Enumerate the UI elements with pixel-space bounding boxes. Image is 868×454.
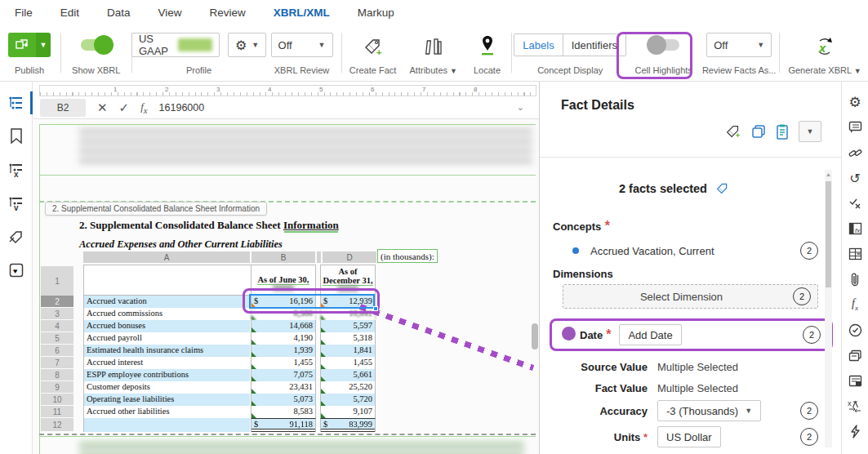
value-cell-b8[interactable]: 7,075 (251, 369, 316, 381)
value-cell-d5[interactable]: 5,318 (320, 332, 376, 345)
automation-bolt-icon[interactable] (846, 424, 864, 438)
value-cell-d9[interactable]: 25,520 (320, 381, 376, 394)
cell-reference-box[interactable]: B2 (40, 99, 86, 117)
publish-caret-icon[interactable]: ▼ (36, 33, 51, 57)
attributes-button[interactable] (425, 33, 443, 57)
table-row[interactable]: Estimated health insurance claims1,9391,… (83, 345, 409, 357)
units-button[interactable]: US Dollar (657, 426, 721, 447)
value-cell-b3[interactable]: 8,308 (251, 308, 316, 320)
profile-selector[interactable]: US GAAP (131, 33, 220, 57)
link-icon[interactable] (846, 145, 864, 160)
styles-card-icon[interactable]: ♥ (5, 260, 28, 280)
formula-icon[interactable]: fx (846, 297, 864, 312)
column-header-c[interactable] (317, 251, 321, 263)
fact-tag-icon[interactable] (5, 227, 28, 247)
xbrl-outline-icon[interactable]: x (5, 160, 28, 180)
date-count-badge[interactable]: 2 (803, 326, 821, 344)
row-label[interactable]: Accrued vacation (83, 296, 250, 308)
confirm-entry-icon[interactable]: ✓ (119, 100, 130, 115)
table-row[interactable]: Accrued payroll4,1905,318 (83, 332, 409, 345)
menu-file[interactable]: File (15, 7, 33, 19)
generate-xbrl-button[interactable]: x (814, 33, 835, 57)
concept-display-labels-option[interactable]: Labels (514, 34, 563, 56)
table-row[interactable]: Accrued bonuses14,6685,597 (83, 320, 409, 332)
table-row[interactable]: Operating lease liabilities5,0735,720 (83, 394, 409, 406)
translate-icon[interactable]: x (846, 398, 864, 413)
row-header-11[interactable]: 11 (41, 406, 73, 417)
menu-xbrlxml[interactable]: XBRL/XML (274, 7, 330, 19)
create-fact-button[interactable]: + (363, 33, 384, 57)
value-cell-d4[interactable]: 5,597 (320, 320, 376, 332)
col-d-date-header[interactable]: As ofDecember 31, (320, 265, 376, 296)
value-cell-d3[interactable]: 10,841 (320, 308, 376, 320)
row-label[interactable]: Accrued commissions (83, 308, 250, 320)
row-label[interactable]: Accrued other liabilities (83, 406, 250, 418)
row-label[interactable]: Accrued payroll (83, 332, 250, 345)
menu-data[interactable]: Data (107, 7, 131, 19)
history-icon[interactable]: ↺ (846, 171, 864, 185)
row-header-1[interactable]: 1 (41, 266, 73, 296)
sheet-scrollbar-thumb[interactable] (532, 323, 538, 349)
freeze-panes-icon[interactable]: fx (846, 221, 864, 236)
document-canvas[interactable]: 2. Supplemental Consolidated Balance She… (33, 119, 539, 454)
row-header-6[interactable]: 6 (41, 345, 73, 356)
duplicate-fact-icon[interactable] (751, 124, 766, 139)
menu-markup[interactable]: Markup (358, 7, 394, 19)
value-cell-b9[interactable]: 23,431 (251, 381, 316, 394)
table-row[interactable]: Accrued vacation$16,196$12,939 (83, 296, 409, 308)
row-header-5[interactable]: 5 (41, 332, 73, 344)
profile-settings-button[interactable]: ⚙ ▼ (228, 33, 266, 57)
value-cell-b5[interactable]: 4,190 (251, 332, 316, 345)
copies-icon[interactable] (846, 348, 864, 363)
value-cell-b10[interactable]: 5,073 (251, 394, 316, 406)
function-icon[interactable]: fx (140, 100, 147, 115)
bookmark-icon[interactable] (5, 127, 28, 146)
table-row[interactable]: Customer deposits23,43125,520 (83, 381, 409, 394)
row-header-8[interactable]: 8 (41, 369, 73, 381)
total-value-cell-d[interactable]: $83,999 (320, 418, 376, 432)
row-header-10[interactable]: 10 (41, 394, 73, 405)
row-header-12[interactable]: 12 (41, 418, 73, 431)
total-row[interactable]: $91,118$83,999 (83, 418, 409, 432)
table-header-spacer[interactable] (83, 265, 251, 296)
table-row[interactable]: Accrued interest1,4551,455 (83, 357, 409, 369)
create-fact-icon[interactable]: + (725, 123, 741, 140)
settings-gear-icon[interactable]: ⚙ (846, 95, 864, 109)
formula-value[interactable]: 16196000 (159, 102, 205, 114)
more-actions-dropdown[interactable]: ▼ (799, 121, 821, 142)
locate-button[interactable] (480, 33, 495, 57)
clipboard-icon[interactable] (776, 124, 789, 140)
table-row[interactable]: Accrued other liabilities8,5839,107 (83, 406, 409, 418)
row-label[interactable]: Operating lease liabilities (83, 394, 250, 406)
dimension-count-badge[interactable]: 2 (793, 287, 811, 305)
concept-display-identifiers-option[interactable]: Identifiers (563, 34, 625, 56)
tasks-check-icon[interactable] (846, 323, 864, 337)
row-header-2[interactable]: 2 (41, 296, 73, 307)
add-date-button[interactable]: Add Date (619, 324, 681, 345)
row-label[interactable]: Accrued bonuses (83, 320, 250, 332)
value-cell-d7[interactable]: 1,455 (320, 357, 376, 369)
row-label[interactable]: Customer deposits (83, 381, 250, 394)
units-count-badge[interactable]: 2 (800, 428, 818, 446)
xbrl-review-dropdown[interactable]: Off ▼ (271, 33, 333, 57)
publish-button[interactable]: ▼ (8, 33, 51, 57)
row-label[interactable]: Estimated health insurance claims (83, 345, 250, 357)
concept-count-badge[interactable]: 2 (800, 242, 818, 260)
column-header-d[interactable]: D (323, 251, 376, 263)
value-cell-d11[interactable]: 9,107 (320, 406, 376, 418)
document-outline-icon[interactable] (5, 93, 28, 113)
row-header-3[interactable]: 3 (41, 308, 73, 319)
menu-edit[interactable]: Edit (60, 7, 79, 19)
cell-highlights-toggle[interactable] (648, 39, 679, 51)
table-grid-icon[interactable] (846, 247, 864, 261)
row-header-4[interactable]: 4 (41, 320, 73, 332)
menu-review[interactable]: Review (210, 7, 246, 19)
value-cell-d2[interactable]: $12,939 (320, 296, 376, 308)
notes-doc-icon[interactable] (846, 373, 864, 388)
fill-handle[interactable] (373, 306, 378, 311)
panel-scrollbar[interactable]: ▲ (825, 170, 832, 447)
table-row[interactable]: ESPP employee contributions7,0755,661 (83, 369, 409, 381)
value-cell-b11[interactable]: 8,583 (251, 406, 316, 418)
column-header-a[interactable]: A (83, 251, 250, 263)
value-cell-d10[interactable]: 5,720 (320, 394, 376, 406)
